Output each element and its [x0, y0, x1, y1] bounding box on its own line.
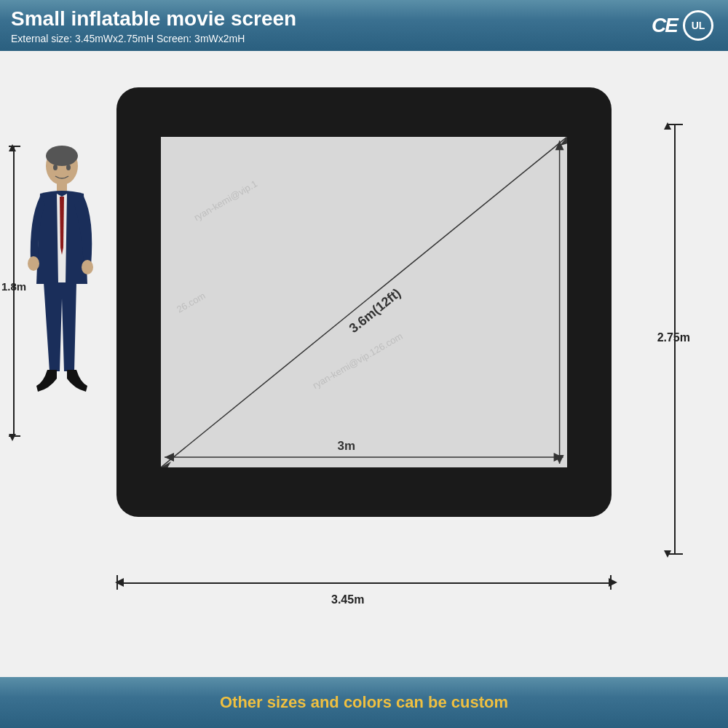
ce-logo: CE	[652, 14, 677, 37]
ext-height-label: 2.75m	[657, 331, 690, 344]
screen-body: 3.6m(12ft) 3m	[116, 87, 612, 517]
svg-point-1	[46, 146, 78, 166]
person-height-label: 1.8m	[1, 280, 26, 293]
svg-line-7	[161, 137, 567, 467]
ext-width-right-tick	[610, 575, 612, 590]
ext-width-left-tick	[116, 575, 118, 590]
screen-inner: 3.6m(12ft) 3m	[161, 137, 567, 467]
main-content: 1.8m 3.6m(12ft)	[0, 51, 728, 677]
header: Small inflatable movie screen External s…	[0, 0, 728, 51]
ext-width-label: 3.45m	[331, 593, 364, 606]
page-title: Small inflatable movie screen	[11, 7, 296, 31]
svg-point-6	[66, 165, 71, 170]
ext-height-top-tick	[668, 124, 683, 125]
person-bottom-tick	[9, 435, 20, 437]
ext-height-bottom-tick	[668, 553, 683, 555]
ext-width-line	[116, 582, 612, 584]
screen-container: 3.6m(12ft) 3m	[116, 87, 612, 517]
svg-marker-9	[161, 462, 171, 467]
person-figure	[22, 146, 102, 437]
person-top-tick	[9, 146, 20, 147]
page-subtitle: External size: 3.45mWx2.75mH Screen: 3mW…	[11, 33, 296, 44]
ul-logo: UL	[683, 10, 713, 41]
svg-point-5	[53, 165, 58, 170]
cert-logos: CE UL	[652, 10, 713, 41]
header-text: Small inflatable movie screen External s…	[11, 7, 296, 44]
footer: Other sizes and colors can be custom	[0, 677, 728, 728]
svg-point-4	[28, 256, 39, 271]
svg-text:3m: 3m	[338, 439, 356, 453]
svg-point-3	[82, 260, 93, 274]
footer-text: Other sizes and colors can be custom	[220, 693, 508, 712]
